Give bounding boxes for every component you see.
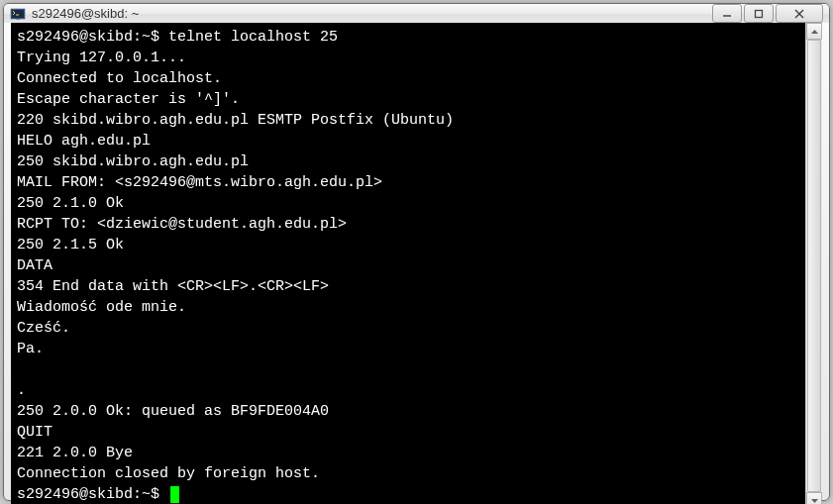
- scroll-up-button[interactable]: [806, 23, 822, 40]
- prompt-line: s292496@skibd:~$ telnet localhost 25: [17, 29, 338, 46]
- minimize-icon: [722, 9, 732, 19]
- terminal-line: RCPT TO: <dziewic@student.agh.edu.pl>: [17, 216, 347, 233]
- terminal-line: Connection closed by foreign host.: [17, 465, 320, 482]
- terminal-line: .: [17, 382, 26, 399]
- terminal[interactable]: s292496@skibd:~$ telnet localhost 25 Try…: [11, 23, 805, 504]
- chevron-down-icon: [811, 499, 818, 503]
- terminal-line: 221 2.0.0 Bye: [17, 445, 133, 461]
- shell-prompt: s292496@skibd:~$: [17, 29, 168, 46]
- terminal-line: 250 2.1.5 Ok: [17, 237, 124, 253]
- command-text: telnet localhost 25: [168, 29, 338, 46]
- scroll-thumb[interactable]: [807, 40, 821, 492]
- putty-window: s292496@skibd: ~ s292496@skibd:~$ telne: [3, 3, 830, 501]
- terminal-line: MAIL FROM: <s292496@mts.wibro.agh.edu.pl…: [17, 174, 382, 191]
- terminal-line: Pa.: [17, 341, 44, 357]
- prompt-line: s292496@skibd:~$: [17, 486, 179, 503]
- close-button[interactable]: [776, 4, 823, 23]
- vertical-scrollbar[interactable]: [805, 23, 822, 504]
- terminal-cursor: [170, 486, 179, 503]
- terminal-line: 220 skibd.wibro.agh.edu.pl ESMTP Postfix…: [17, 112, 454, 129]
- terminal-line: QUIT: [17, 424, 52, 441]
- terminal-line: Trying 127.0.0.1...: [17, 50, 186, 66]
- terminal-line: 250 2.1.0 Ok: [17, 195, 124, 212]
- scroll-track[interactable]: [806, 40, 822, 492]
- terminal-line: 354 End data with <CR><LF>.<CR><LF>: [17, 278, 329, 295]
- terminal-line: HELO agh.edu.pl: [17, 133, 151, 150]
- maximize-icon: [754, 9, 764, 19]
- scroll-down-button[interactable]: [806, 492, 822, 504]
- minimize-button[interactable]: [712, 4, 742, 23]
- shell-prompt: s292496@skibd:~$: [17, 486, 168, 503]
- terminal-line: DATA: [17, 257, 52, 274]
- terminal-line: Connected to localhost.: [17, 70, 222, 87]
- terminal-line: 250 skibd.wibro.agh.edu.pl: [17, 153, 249, 170]
- terminal-line: Escape character is '^]'.: [17, 91, 240, 108]
- putty-icon: [10, 6, 26, 22]
- terminal-line: 250 2.0.0 Ok: queued as BF9FDE004A0: [17, 403, 329, 420]
- maximize-button[interactable]: [744, 4, 774, 23]
- window-controls: [712, 4, 823, 23]
- close-icon: [793, 9, 805, 19]
- svg-rect-5: [756, 10, 763, 17]
- svg-rect-2: [16, 19, 20, 20]
- titlebar[interactable]: s292496@skibd: ~: [4, 4, 829, 23]
- chevron-up-icon: [811, 30, 818, 34]
- terminal-line: Cześć.: [17, 320, 70, 337]
- terminal-line: Wiadomość ode mnie.: [17, 299, 186, 316]
- window-title: s292496@skibd: ~: [32, 6, 712, 21]
- client-area: s292496@skibd:~$ telnet localhost 25 Try…: [11, 23, 822, 504]
